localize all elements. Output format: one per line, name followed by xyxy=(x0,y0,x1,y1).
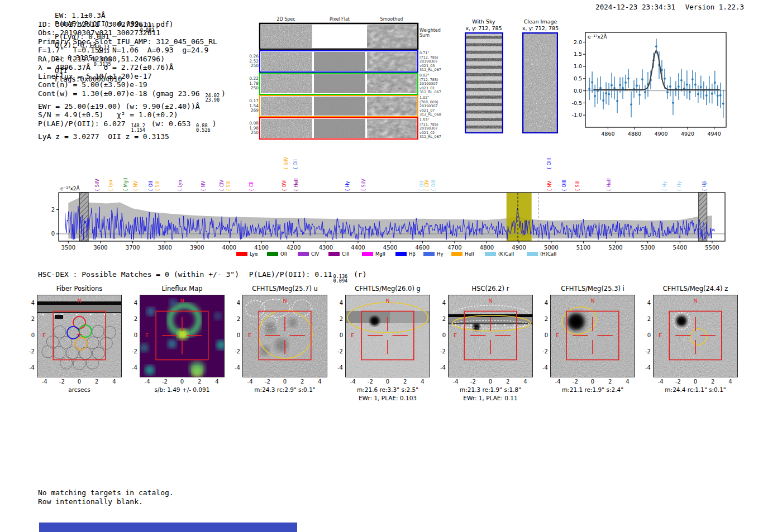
main-spec-xtick: 4000 xyxy=(222,245,236,251)
line-marker-Hβ: { Hβ xyxy=(702,181,707,191)
main-spec-xtick: 3900 xyxy=(190,245,204,251)
cutout-ytick: 0 xyxy=(19,332,35,338)
cutout-ytick: 4 xyxy=(225,300,240,306)
fit-plot-xtick: 4860 xyxy=(601,131,614,137)
cutout-ytick: -2 xyxy=(225,348,240,354)
compass-east-label: E xyxy=(145,332,149,338)
line-marker-CIV: { CIV xyxy=(220,179,225,191)
cutout-ytick: -2 xyxy=(532,348,548,354)
noise-texture xyxy=(242,295,327,377)
main-spec-xtick: 3600 xyxy=(93,245,107,251)
fit-plot-canvas: 2.01.51.00.50.0-0.5-1.048604880490049204… xyxy=(561,27,754,138)
cutout-ytick: 4 xyxy=(635,300,651,306)
compass-east-label: E xyxy=(248,332,251,338)
lineflux-blob xyxy=(169,299,177,306)
cutout-caption: m:21.6 re:3.3" s:2.5" xyxy=(334,386,441,393)
fit-plot-ytick: 2.0 xyxy=(574,39,582,45)
cutout-xtick: 4 xyxy=(209,378,225,385)
compass-north-label: N xyxy=(590,298,594,304)
legend-swatch-OII xyxy=(267,252,278,256)
footer-line-2: Row intentionally blank. xyxy=(38,497,174,506)
cutout-ytick: 4 xyxy=(19,300,35,306)
legend-label-Lyα: Lyα xyxy=(250,251,258,257)
legend-label-Hβ: Hβ xyxy=(409,251,416,257)
cutout-title-r: HSC(26.2) r xyxy=(442,285,538,293)
cutout-ytick: 2 xyxy=(122,316,137,322)
source-blob-core xyxy=(571,317,581,327)
legend-swatch-CIV xyxy=(298,252,309,256)
legend-swatch-HeII xyxy=(451,252,462,256)
cutout-caption: m:24.3 rc:2.9" s:0.1" xyxy=(231,386,338,393)
lineflux-blob xyxy=(146,307,155,316)
main-spec-xtick: 3500 xyxy=(61,245,75,251)
main-spec-xtick: 4300 xyxy=(319,245,333,251)
legend-label-MgII: MgII xyxy=(375,251,385,257)
line-marker-NV: { NV xyxy=(201,180,206,191)
cutout-xtick: 2 xyxy=(294,378,310,385)
legend-swatch-(H)CaII xyxy=(527,252,538,256)
main-spec-xtick: 4600 xyxy=(416,245,430,251)
main-spec-xtick: 5500 xyxy=(705,245,719,251)
compass-north-label: N xyxy=(180,298,184,304)
line-marker-OIII: { OIII xyxy=(562,180,567,191)
source-blob-core xyxy=(678,318,685,324)
fit-plot-ytick: 1.5 xyxy=(574,51,582,57)
cutout-xtick: -4 xyxy=(653,378,669,385)
line-marker-OII: { OII xyxy=(293,159,298,170)
fit-plot-unit-label: e⁻¹⁷x2Å xyxy=(588,33,608,40)
cutout-xtick: -4 xyxy=(345,378,361,385)
fit-plot-ytick: 1.0 xyxy=(574,63,582,69)
legend-label-CIII: CIII xyxy=(342,251,349,257)
line-marker-OVI: { OVI xyxy=(282,179,287,191)
compass-east-label: E xyxy=(454,332,457,338)
elixer-report-page: EW: 1.1±0.3Å P(LAE)/P(OII): 0.0990.1310.… xyxy=(0,0,782,532)
cutout-xtick: 0 xyxy=(71,378,87,385)
cutout-title-fiber: Fiber Positions xyxy=(31,285,127,293)
compass-east-label: E xyxy=(556,332,559,338)
cutout-ytick: 4 xyxy=(327,300,343,306)
main-spec-xtick: 4200 xyxy=(287,245,301,251)
cutout-ytick: 2 xyxy=(532,316,548,322)
legend-label-(K)CaII: (K)CaII xyxy=(498,251,514,257)
compass-north-label: N xyxy=(488,298,492,304)
cutout-image-g: NE xyxy=(345,295,430,377)
cutout-ytick: 0 xyxy=(122,332,137,338)
cutout-caption-2: EWr: 1, PLAE: 0.103 xyxy=(334,395,441,401)
lineflux-blob xyxy=(214,312,222,320)
cutout-xtick: -2 xyxy=(568,378,583,385)
cutout-xtick: 4 xyxy=(312,378,327,385)
cutout-xtick: -4 xyxy=(550,378,566,385)
compass-north-label: N xyxy=(283,298,287,304)
cutout-xtick: 0 xyxy=(277,378,293,385)
cutout-image-z: NE xyxy=(653,295,738,377)
line-marker-Hγ: { Hγ xyxy=(677,181,682,191)
cutout-xtick: -2 xyxy=(54,378,70,385)
cutout-ytick: -4 xyxy=(327,365,343,371)
legend-swatch-(K)CaII xyxy=(485,252,496,256)
noise-texture xyxy=(550,295,635,377)
cutout-ytick: -4 xyxy=(532,365,548,371)
legend-swatch-Hγ xyxy=(423,252,435,256)
cutout-xtick: -4 xyxy=(448,378,464,385)
main-spec-xtick: 5200 xyxy=(608,245,622,251)
compass-north-label: N xyxy=(77,298,81,304)
cutout-ytick: -2 xyxy=(327,348,343,354)
noise-texture xyxy=(653,295,738,377)
cutout-image-u: NE xyxy=(242,295,327,377)
legend-swatch-Lyα xyxy=(236,252,247,256)
main-spec-xtick: 4400 xyxy=(351,245,365,251)
main-spec-ytick: 2 xyxy=(51,207,55,213)
main-spec-xtick: 5000 xyxy=(544,245,558,251)
cutout-xtick: 0 xyxy=(380,378,395,385)
main-spec-xtick: 4500 xyxy=(383,245,397,251)
cutout-ytick: -4 xyxy=(19,365,35,371)
noise-texture xyxy=(448,295,533,377)
fit-plot-xtick: 4940 xyxy=(708,131,721,137)
cutout-ytick: 4 xyxy=(532,300,548,306)
cutout-xtick: 4 xyxy=(619,378,635,385)
main-spec-xtick: 4700 xyxy=(447,245,461,251)
cutout-title-lineflux: Lineflux Map xyxy=(134,285,230,293)
main-spec-xtick: 4800 xyxy=(480,245,494,251)
cutout-xtick: 2 xyxy=(397,378,413,385)
cutout-ytick: 0 xyxy=(532,332,548,338)
